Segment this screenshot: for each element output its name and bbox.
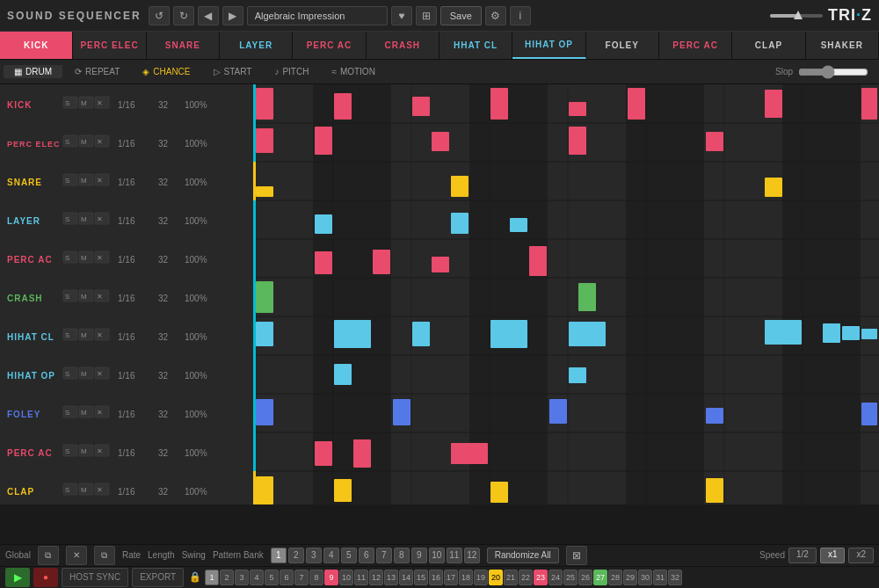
tab-hhat-cl[interactable]: HHAT CL (440, 32, 512, 59)
host-sync-button[interactable]: HOST SYNC (62, 568, 128, 587)
pb-3[interactable]: 3 (306, 548, 322, 563)
speed-half[interactable]: 1/2 (788, 548, 817, 563)
beat-29[interactable]: 29 (623, 570, 637, 585)
mode-pitch[interactable]: ♪ PITCH (264, 65, 319, 78)
tab-clap[interactable]: CLAP (732, 32, 805, 59)
speed-x1[interactable]: x1 (820, 548, 846, 563)
tab-perc-ac2[interactable]: PERC AC (659, 32, 732, 59)
beat-7[interactable]: 7 (294, 570, 309, 585)
beat-23[interactable]: 23 (534, 570, 548, 585)
pb-11[interactable]: 11 (447, 548, 462, 563)
tab-perc-ac[interactable]: PERC AC (293, 32, 366, 59)
beat-19[interactable]: 19 (474, 570, 488, 585)
beat-14[interactable]: 14 (399, 570, 413, 585)
play-button[interactable]: ▶ (5, 568, 30, 587)
beat-17[interactable]: 17 (444, 570, 458, 585)
beat-25[interactable]: 25 (563, 570, 578, 585)
beat-2[interactable]: 2 (220, 570, 234, 585)
pb-7[interactable]: 7 (376, 548, 392, 563)
svg-rect-23 (253, 316, 256, 355)
pb-10[interactable]: 10 (429, 548, 445, 563)
svg-rect-160 (529, 246, 547, 276)
mode-start[interactable]: ▷ START (203, 65, 263, 78)
beat-6[interactable]: 6 (280, 570, 294, 585)
grid-button[interactable]: ⊞ (416, 6, 437, 25)
pb-6[interactable]: 6 (359, 548, 374, 563)
beat-32[interactable]: 32 (668, 570, 682, 585)
heart-button[interactable]: ♥ (391, 6, 412, 25)
beat-31[interactable]: 31 (653, 570, 667, 585)
rate-label: Rate (122, 550, 141, 560)
pb-9[interactable]: 9 (411, 548, 427, 563)
beat-18[interactable]: 18 (459, 570, 473, 585)
svg-rect-167 (569, 322, 606, 346)
tab-crash[interactable]: CRASH (367, 32, 440, 59)
pattern-banks: 1 2 3 4 5 6 7 8 9 10 11 12 (271, 548, 480, 563)
tab-snare[interactable]: SNARE (147, 32, 220, 59)
pb-5[interactable]: 5 (341, 548, 357, 563)
beat-13[interactable]: 13 (384, 570, 398, 585)
beat-26[interactable]: 26 (578, 570, 592, 585)
tab-hihat-op[interactable]: HIHAT OP (512, 32, 585, 59)
svg-text:1/16: 1/16 (118, 139, 135, 149)
beat-30[interactable]: 30 (638, 570, 652, 585)
speed-x2[interactable]: x2 (848, 548, 874, 563)
beat-22[interactable]: 22 (519, 570, 533, 585)
beat-5[interactable]: 5 (265, 570, 279, 585)
svg-text:S: S (65, 370, 69, 378)
track-tabs: KICK PERC ELEC SNARE LAYER PERC AC CRASH… (0, 32, 879, 60)
pb-1[interactable]: 1 (271, 548, 287, 563)
beat-28[interactable]: 28 (608, 570, 622, 585)
mode-drum[interactable]: ▦ DRUM (4, 65, 62, 78)
beat-20[interactable]: 20 (489, 570, 503, 585)
next-button[interactable]: ▶ (222, 6, 243, 25)
pb-2[interactable]: 2 (288, 548, 304, 563)
beat-1[interactable]: 1 (205, 570, 219, 585)
search-input[interactable] (247, 6, 388, 25)
export-button[interactable]: EXPORT (132, 568, 184, 587)
wrench-button[interactable]: ⚙ (485, 6, 506, 25)
randomize-icon-button[interactable]: ⊠ (566, 546, 587, 565)
info-button[interactable]: i (510, 6, 531, 25)
beat-8[interactable]: 8 (309, 570, 323, 585)
pb-12[interactable]: 12 (464, 548, 480, 563)
pb-8[interactable]: 8 (394, 548, 410, 563)
beat-4[interactable]: 4 (250, 570, 264, 585)
randomize-all-button[interactable]: Randomize All (487, 548, 559, 563)
beat-3[interactable]: 3 (235, 570, 249, 585)
tab-kick[interactable]: KICK (0, 32, 73, 59)
undo-button[interactable]: ↺ (149, 6, 170, 25)
stop-button[interactable]: ● (33, 568, 58, 587)
global-x-button[interactable]: ✕ (66, 546, 87, 565)
prev-button[interactable]: ◀ (198, 6, 219, 25)
svg-rect-177 (706, 408, 723, 424)
beat-15[interactable]: 15 (414, 570, 428, 585)
tab-shaker[interactable]: SHAKER (806, 32, 879, 59)
svg-rect-182 (256, 476, 273, 505)
global-paste-button[interactable]: ⧉ (94, 546, 115, 565)
svg-rect-163 (256, 322, 273, 346)
beat-10[interactable]: 10 (339, 570, 353, 585)
svg-text:32: 32 (158, 410, 169, 419)
beat-16[interactable]: 16 (429, 570, 443, 585)
save-button[interactable]: Save (440, 6, 482, 25)
svg-text:M: M (81, 447, 87, 455)
tab-layer[interactable]: LAYER (220, 32, 293, 59)
tab-perc-elec[interactable]: PERC ELEC (73, 32, 146, 59)
global-copy-button[interactable]: ⧉ (38, 546, 59, 565)
redo-button[interactable]: ↻ (173, 6, 194, 25)
mode-repeat[interactable]: ⟳ REPEAT (64, 65, 130, 78)
svg-text:M: M (81, 370, 87, 378)
slop-slider[interactable] (798, 65, 868, 79)
beat-12[interactable]: 12 (369, 570, 383, 585)
svg-text:KICK: KICK (7, 100, 32, 110)
mode-motion[interactable]: ≈ MOTION (321, 65, 386, 78)
beat-11[interactable]: 11 (354, 570, 368, 585)
beat-21[interactable]: 21 (504, 570, 518, 585)
beat-9[interactable]: 9 (324, 570, 338, 585)
tab-foley[interactable]: FOLEY (586, 32, 659, 59)
mode-chance[interactable]: ◈ CHANCE (132, 65, 200, 78)
beat-27[interactable]: 27 (593, 570, 607, 585)
beat-24[interactable]: 24 (548, 570, 563, 585)
pb-4[interactable]: 4 (323, 548, 339, 563)
